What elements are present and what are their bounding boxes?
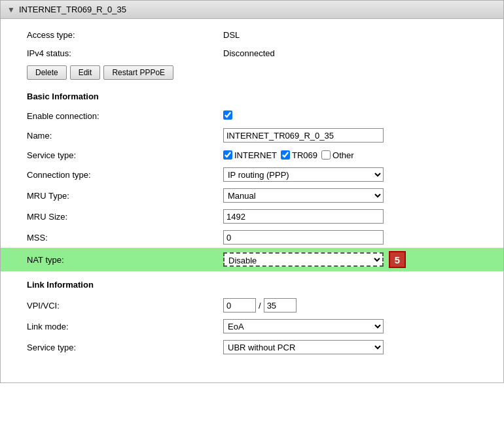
connection-type-select[interactable]: IP routing (PPP) Bridging (223, 167, 384, 182)
enable-connection-checkbox[interactable] (223, 110, 232, 120)
enable-connection-value (223, 110, 490, 122)
vpi-vci-row: VPI/VCI: / (27, 295, 490, 316)
ipv4-status-row: IPv4 status: Disconnected (27, 44, 490, 62)
nat-type-row: NAT type: Disable Enable 5 (1, 248, 503, 271)
link-mode-label: Link mode: (27, 322, 223, 331)
service-type-label: Service type: (27, 150, 223, 160)
service-tr069-checkbox[interactable] (281, 150, 290, 160)
nat-type-badge: 5 (389, 251, 406, 268)
basic-info-heading: Basic Information (27, 86, 99, 103)
vpi-vci-value: / (223, 298, 490, 313)
section-title: INTERNET_TR069_R_0_35 (19, 5, 126, 14)
access-type-row: Access type: DSL (27, 25, 490, 44)
vci-input[interactable] (264, 298, 297, 313)
vpi-input[interactable] (223, 298, 256, 313)
extra-row (27, 358, 490, 376)
mru-type-value: Manual Auto (223, 188, 490, 203)
connection-type-row: Connection type: IP routing (PPP) Bridgi… (27, 164, 490, 185)
vpi-vci-label: VPI/VCI: (27, 301, 223, 311)
service-other-item: Other (321, 150, 354, 160)
nat-type-label: NAT type: (27, 255, 223, 265)
mru-size-value (223, 209, 490, 224)
delete-button[interactable]: Delete (27, 65, 67, 80)
service-internet-item: INTERNET (223, 150, 277, 160)
mss-label: MSS: (27, 233, 223, 243)
service-internet-label: INTERNET (234, 150, 277, 160)
ipv4-status-value: Disconnected (223, 48, 275, 58)
name-label: Name: (27, 131, 223, 141)
basic-info-heading-row: Basic Information (27, 83, 490, 107)
nat-type-select[interactable]: Disable Enable (223, 252, 384, 267)
mss-value (223, 230, 490, 245)
mru-size-input[interactable] (223, 209, 384, 224)
link-info-heading-row: Link Information (27, 271, 490, 295)
service-type-row: Service type: INTERNET TR069 Other (27, 146, 490, 164)
enable-connection-label: Enable connection: (27, 111, 223, 121)
content-area: Access type: DSL IPv4 status: Disconnect… (0, 19, 504, 383)
name-input[interactable] (223, 128, 384, 143)
mru-type-row: MRU Type: Manual Auto (27, 185, 490, 206)
action-buttons-row: Delete Edit Restart PPPoE (27, 62, 490, 83)
restart-pppoe-button[interactable]: Restart PPPoE (103, 65, 173, 80)
link-mode-value: EoA IPoA PPPoA (223, 319, 490, 333)
service-other-label: Other (333, 150, 354, 160)
edit-button[interactable]: Edit (70, 65, 101, 80)
link-mode-select[interactable]: EoA IPoA PPPoA (223, 319, 384, 333)
vpi-vci-separator: / (259, 301, 261, 311)
link-service-type-value: UBR without PCR UBR with PCR CBR Non Rea… (223, 340, 490, 354)
service-tr069-label: TR069 (292, 150, 317, 160)
service-other-checkbox[interactable] (321, 150, 331, 160)
section-header: ▼ INTERNET_TR069_R_0_35 (0, 0, 504, 19)
access-type-value: DSL (223, 30, 240, 40)
mru-size-row: MRU Size: (27, 206, 490, 227)
link-info-heading: Link Information (27, 275, 94, 292)
link-service-type-select[interactable]: UBR without PCR UBR with PCR CBR Non Rea… (223, 340, 384, 354)
collapse-arrow-icon[interactable]: ▼ (7, 5, 15, 14)
mru-size-label: MRU Size: (27, 212, 223, 222)
link-mode-row: Link mode: EoA IPoA PPPoA (27, 316, 490, 337)
link-service-type-row: Service type: UBR without PCR UBR with P… (27, 337, 490, 358)
service-tr069-item: TR069 (281, 150, 317, 160)
mss-row: MSS: (27, 227, 490, 248)
link-service-type-label: Service type: (27, 343, 223, 352)
name-row: Name: (27, 125, 490, 146)
access-type-label: Access type: (27, 30, 223, 40)
service-type-checkboxes: INTERNET TR069 Other (223, 150, 490, 160)
name-value (223, 128, 490, 143)
ipv4-status-label: IPv4 status: (27, 48, 223, 58)
mru-type-label: MRU Type: (27, 191, 223, 201)
mss-input[interactable] (223, 230, 384, 245)
service-internet-checkbox[interactable] (223, 150, 232, 160)
extra-value (223, 360, 490, 374)
nat-type-value: Disable Enable 5 (223, 251, 490, 268)
connection-type-value: IP routing (PPP) Bridging (223, 167, 490, 182)
enable-connection-row: Enable connection: (27, 107, 490, 125)
mru-type-select[interactable]: Manual Auto (223, 188, 384, 203)
connection-type-label: Connection type: (27, 170, 223, 180)
